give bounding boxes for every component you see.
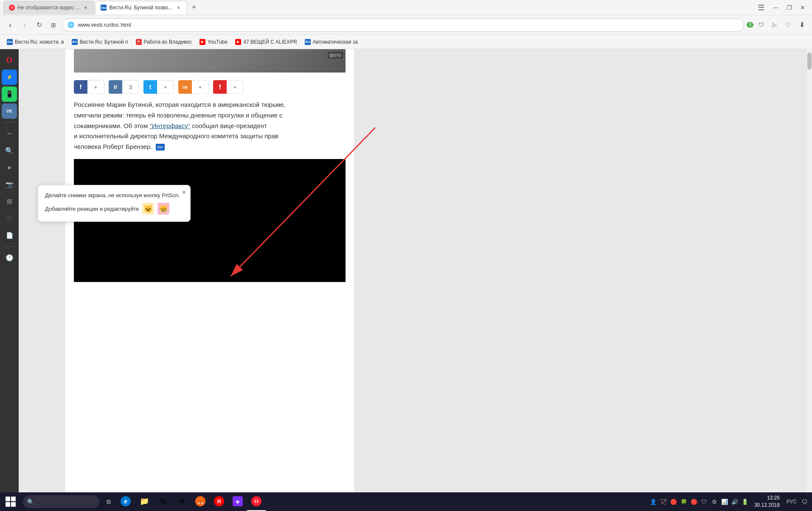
language-button[interactable]: РУС	[785, 498, 798, 505]
taskbar-clock[interactable]: 13:26 30.12.2018	[751, 494, 783, 509]
bookmark-3[interactable]: Р Работа во Владивос	[132, 36, 195, 47]
sidebar-opera-icon[interactable]: O	[2, 53, 17, 68]
taskbar-opera[interactable]: O	[247, 492, 266, 511]
win-logo-cell2	[11, 497, 16, 501]
vesti-badge: Вiи	[156, 144, 165, 151]
tab-list: O Не отображается видео ... ✕ Вiи Вести.…	[0, 1, 200, 14]
bookmark5-favicon: ▶	[235, 39, 241, 45]
facebook-share-button[interactable]: f +	[74, 80, 104, 94]
tooltip-line2-text: Добавляйте реакции и редактируйте	[45, 206, 139, 212]
bookmark2-favicon: Вiи	[72, 39, 78, 45]
article-container: фото f + В 3 t +	[65, 49, 354, 511]
bookmarks-bar: Вiи Вести.Ru: новости, в Вiи Вести.Ru: Б…	[0, 35, 812, 49]
address-icon: 🌐	[67, 22, 74, 28]
taskbar-yandex[interactable]: Я	[210, 492, 228, 511]
sys-clover-icon[interactable]: 🍀	[680, 497, 688, 506]
sidebar-grid-icon[interactable]: ⊞	[2, 194, 17, 209]
sys-chart-icon[interactable]: 📊	[720, 497, 729, 506]
back-button[interactable]: ‹	[4, 19, 16, 31]
scrollbar-track[interactable]	[807, 49, 812, 511]
tab-1[interactable]: O Не отображается видео ... ✕	[3, 1, 94, 14]
bookmark-4[interactable]: ▶ YouTube	[196, 36, 231, 47]
sys-sound-icon[interactable]: 🔊	[731, 497, 739, 506]
article-paragraph-1: Россиянке Марии Бутиной, которая находит…	[74, 100, 346, 152]
download-button[interactable]: ⬇	[796, 19, 808, 31]
shield-button[interactable]: 🛡	[755, 19, 767, 31]
bookmark-1[interactable]: Вiи Вести.Ru: новости, в	[3, 36, 67, 47]
sys-arrow-icon[interactable]: 🏹	[659, 497, 668, 506]
restore-button[interactable]: ❐	[783, 2, 795, 14]
nav-bar: ‹ › ↻ ⊞ 🌐 www.vesti.ru/doc.html 0 🛡 ▷ ♡ …	[0, 15, 812, 35]
sys-red1-icon[interactable]: 🔴	[669, 497, 678, 506]
flipboard-share-button[interactable]: f +	[213, 80, 244, 94]
tab1-favicon: O	[9, 5, 15, 11]
tab-2[interactable]: Вiи Вести.Ru: Бутиной позво... ✕	[95, 1, 187, 14]
sidebar-vk-icon[interactable]: VK	[2, 103, 17, 119]
sidebar-camera-icon[interactable]: 📷	[2, 177, 17, 192]
notification-button[interactable]: 🗨	[800, 492, 809, 511]
taskbar-edge[interactable]: e	[116, 492, 135, 511]
twitter-share-button[interactable]: t +	[143, 80, 174, 94]
facebook-count: +	[87, 80, 104, 94]
sys-red2-icon[interactable]: 🔴	[690, 497, 698, 506]
new-tab-button[interactable]: +	[188, 2, 200, 14]
sys-shield-icon[interactable]: 🛡	[700, 497, 708, 506]
interfax-link[interactable]: "Интерфаксу"	[149, 122, 190, 129]
bookmark4-label: YouTube	[208, 39, 228, 45]
article-text-6: человека Роберт Брензер.	[74, 143, 152, 150]
taskbar: 🔍 ⧉ e 📁 🛍 ✉ 🦊 Я ◈ O 👤 🏹 🔴 🍀 🔴 🛡 ⚙ 📊 🔊 🔋	[0, 492, 812, 511]
twitter-icon: t	[143, 80, 157, 94]
taskbar-firefox[interactable]: 🦊	[191, 492, 210, 511]
sys-battery-icon[interactable]: 🔋	[741, 497, 749, 506]
bookmark3-favicon: Р	[136, 39, 142, 45]
minimize-button[interactable]: ─	[770, 2, 781, 14]
tab1-close[interactable]: ✕	[82, 4, 89, 11]
sys-gear-icon[interactable]: ⚙	[710, 497, 719, 506]
app6-icon: ◈	[233, 496, 243, 506]
sidebar-arrow-icon[interactable]: ➤	[2, 160, 17, 175]
vk-share-button[interactable]: В 3	[109, 80, 139, 94]
task-view-button[interactable]: ⧉	[101, 492, 116, 511]
taskbar-app6[interactable]: ◈	[228, 492, 247, 511]
refresh-button[interactable]: ↻	[33, 19, 45, 31]
taskbar-search-bar[interactable]: 🔍	[23, 495, 99, 508]
sidebar-minus-icon[interactable]: −	[2, 126, 17, 141]
favorite-button[interactable]: ♡	[782, 19, 794, 31]
sidebar-search-icon[interactable]: 🔍	[2, 143, 17, 158]
taskbar-mail[interactable]: ✉	[172, 492, 191, 511]
address-bar[interactable]: 🌐 www.vesti.ru/doc.html	[62, 18, 744, 32]
bookmark1-label: Вести.Ru: новости, в	[15, 39, 64, 45]
sidebar-heart-icon[interactable]: ♡	[2, 211, 17, 226]
sidebar-pages-icon[interactable]: 📄	[2, 228, 17, 243]
tab2-favicon: Вiи	[101, 5, 107, 11]
scrollbar-menu-icon[interactable]: ☰	[758, 3, 764, 12]
grid-button[interactable]: ⊞	[48, 19, 59, 31]
ok-share-button[interactable]: ок +	[178, 80, 209, 94]
article-text-3: сокамерниками. Об этом	[74, 122, 149, 129]
scrollbar-thumb[interactable]	[807, 53, 812, 70]
extension-badge: 0	[747, 22, 753, 28]
close-button[interactable]: ✕	[797, 2, 809, 14]
start-button[interactable]	[0, 492, 21, 511]
sidebar-messenger-icon[interactable]: ⚡	[2, 70, 17, 85]
forward-button[interactable]: ›	[19, 19, 31, 31]
store-icon: 🛍	[158, 496, 168, 506]
tooltip-close-button[interactable]: ×	[182, 189, 186, 196]
tab2-close[interactable]: ✕	[175, 4, 182, 11]
bookmark-6[interactable]: Вiи Автоматическая за	[301, 36, 361, 47]
sidebar-clock-icon[interactable]: 🕐	[2, 250, 17, 265]
taskbar-store[interactable]: 🛍	[154, 492, 172, 511]
win-logo-cell3	[6, 502, 10, 507]
taskbar-explorer[interactable]: 📁	[135, 492, 154, 511]
sys-person-icon[interactable]: 👤	[649, 497, 657, 506]
article-text-5: и исполнительный директор Международного…	[74, 132, 278, 140]
bookmark-5[interactable]: ▶ 47 ВЕЩЕЙ С ALIEXPR	[232, 36, 301, 47]
sidebar: O ⚡ 📱 VK − 🔍 ➤ 📷 ⊞ ♡ 📄 🕐 ⬜	[0, 49, 19, 511]
sidebar-whatsapp-icon[interactable]: 📱	[2, 87, 17, 102]
bookmark-2[interactable]: Вiи Вести.Ru: Бутиной п	[68, 36, 132, 47]
bookmark3-label: Работа во Владивос	[144, 39, 192, 45]
nav-arrow-button[interactable]: ▷	[769, 19, 781, 31]
tooltip-emoji2: 😸	[157, 203, 169, 215]
clock-date: 30.12.2018	[754, 502, 780, 509]
win-logo-cell1	[6, 497, 10, 501]
